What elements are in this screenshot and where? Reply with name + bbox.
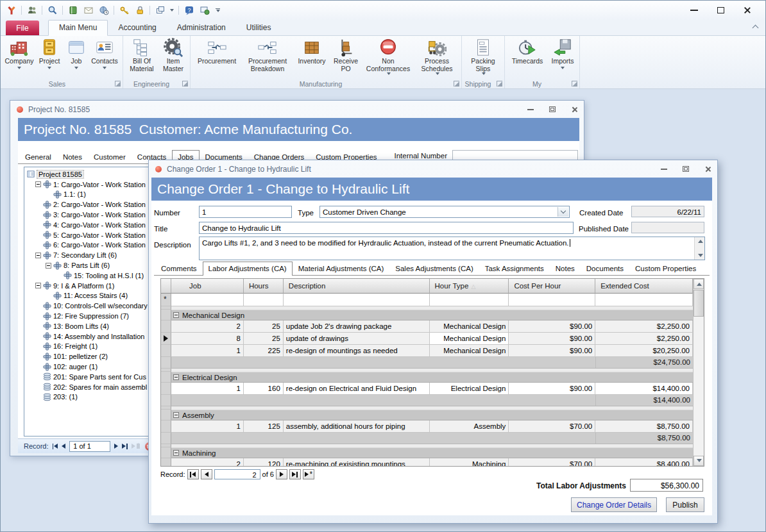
first-record-button[interactable] xyxy=(53,444,58,449)
description-scrollbar[interactable] xyxy=(694,237,704,260)
contacts-icon[interactable] xyxy=(26,5,37,16)
group-row-mechanical-design[interactable]: Mechanical Design xyxy=(161,310,693,320)
combo-dropdown-button[interactable] xyxy=(557,207,568,217)
number-field[interactable]: 1 xyxy=(199,206,292,218)
procurement-button[interactable]: Procurement xyxy=(192,37,241,79)
dialog-launcher-icon[interactable] xyxy=(182,81,188,87)
row-selector[interactable] xyxy=(161,383,171,395)
column-header-description[interactable]: Description xyxy=(284,279,430,294)
scroll-up-button[interactable] xyxy=(694,279,704,289)
tree-item[interactable]: 9: I & A Platform (1) xyxy=(24,281,149,291)
column-header-hours[interactable]: Hours xyxy=(244,279,284,294)
tree-item[interactable]: 11: Access Stairs (4) xyxy=(24,291,149,301)
tab-labor-adjustments[interactable]: Labor Adjustments (CA) xyxy=(203,262,293,276)
tab-custom-properties[interactable]: Custom Properties xyxy=(629,262,702,275)
table-row-current[interactable]: 8 25 update of drawings Mechanical Desig… xyxy=(161,333,693,345)
dialog-launcher-icon[interactable] xyxy=(572,81,577,87)
tree-item[interactable]: 201: Spare Parts sent for Cus xyxy=(24,372,149,382)
tree-item[interactable]: 5: Cargo-Vator - Work Station xyxy=(24,230,149,240)
group-row-electrical-design[interactable]: Electrical Design xyxy=(161,372,693,383)
maximize-button[interactable] xyxy=(717,7,724,13)
imports-button[interactable]: Imports xyxy=(548,37,577,79)
tab-notes[interactable]: Notes xyxy=(57,150,88,163)
publish-button[interactable]: Publish xyxy=(666,497,704,512)
record-position[interactable]: 1 of 1 xyxy=(69,441,110,452)
tab-administration[interactable]: Administration xyxy=(167,21,236,35)
tab-notes[interactable]: Notes xyxy=(550,262,581,275)
web-sync-icon[interactable] xyxy=(98,5,109,16)
key-icon[interactable] xyxy=(119,5,130,16)
restore-button[interactable] xyxy=(549,106,556,112)
column-header-hour-type[interactable]: Hour Type△ xyxy=(430,279,509,294)
row-selector[interactable] xyxy=(161,420,171,433)
tree-item[interactable]: 4: Cargo-Vator - Work Station xyxy=(24,220,149,230)
tab-accounting[interactable]: Accounting xyxy=(108,21,166,35)
tab-customer[interactable]: Customer xyxy=(88,150,132,163)
company-button[interactable]: Company xyxy=(4,37,35,79)
previous-record-button[interactable] xyxy=(62,444,65,449)
collapse-group-icon[interactable] xyxy=(173,374,179,380)
tab-task-assignments[interactable]: Task Assignments xyxy=(479,262,550,275)
tab-comments[interactable]: Comments xyxy=(155,262,203,275)
collapse-icon[interactable] xyxy=(35,283,41,288)
collapse-icon[interactable] xyxy=(35,181,41,187)
mail-icon[interactable] xyxy=(83,5,94,16)
toolbar-overflow-icon[interactable] xyxy=(216,8,220,12)
tree-item[interactable]: 1: Cargo-Vator - Work Station xyxy=(24,179,149,190)
new-row-selector[interactable] xyxy=(161,294,171,306)
tree-item[interactable]: 16: Freight (1) xyxy=(24,342,149,352)
dialog-launcher-icon[interactable] xyxy=(454,81,459,87)
tree-item[interactable]: 6: Cargo-Vator - Work Station xyxy=(24,240,149,251)
tree-item[interactable]: 8: Parts Lift (6) xyxy=(24,260,149,270)
tree-root[interactable]: Project 81585 xyxy=(24,169,149,179)
close-button[interactable] xyxy=(704,166,711,172)
job-tree[interactable]: Project 81585 1: Cargo-Vator - Work Stat… xyxy=(24,167,149,436)
next-record-button[interactable] xyxy=(276,469,287,479)
change-order-titlebar[interactable]: Change Order 1 - Change to Hydraulic Lif… xyxy=(149,160,717,178)
tree-item[interactable]: 14: Assembly and Installation xyxy=(24,331,149,342)
table-row[interactable]: 1 160 re-design on Electrical and Fluid … xyxy=(161,383,693,395)
group-row-assembly[interactable]: Assembly xyxy=(161,410,693,420)
help-icon[interactable]: ? xyxy=(183,5,194,16)
search-icon[interactable] xyxy=(47,5,58,16)
tree-item[interactable]: 202: Spares for main assembl xyxy=(24,382,149,392)
tree-item[interactable]: 1.1: (1) xyxy=(24,190,149,200)
change-order-details-button[interactable]: Change Order Details xyxy=(571,497,657,512)
group-row-machining[interactable]: Machining xyxy=(161,447,693,458)
column-header-cost-per-hour[interactable]: Cost Per Hour xyxy=(509,279,595,294)
tree-item[interactable]: 10: Controls-Cell w/secondary xyxy=(24,301,149,311)
dialog-launcher-icon[interactable] xyxy=(115,81,121,87)
collapse-icon[interactable] xyxy=(35,253,41,258)
previous-record-button[interactable] xyxy=(201,469,212,479)
new-record-button[interactable] xyxy=(132,444,140,449)
non-conformances-button[interactable]: Non Conformances xyxy=(362,37,414,79)
first-record-button[interactable] xyxy=(187,469,199,479)
tree-item[interactable]: 3: Cargo-Vator - Work Station xyxy=(24,210,149,220)
row-selector-header[interactable] xyxy=(161,279,171,294)
new-row[interactable] xyxy=(161,294,693,306)
restore-button[interactable] xyxy=(683,166,689,172)
tree-item[interactable]: 2: Cargo-Vator - Work Station xyxy=(24,199,149,210)
collapse-group-icon[interactable] xyxy=(173,312,179,318)
collapse-ribbon-icon[interactable] xyxy=(753,25,759,31)
project-button[interactable]: Project xyxy=(35,37,64,79)
inventory-button[interactable]: Inventory xyxy=(294,37,330,79)
tab-material-adjustments[interactable]: Material Adjustments (CA) xyxy=(293,262,390,275)
tree-item[interactable]: 203: (1) xyxy=(24,392,149,403)
tab-general[interactable]: General xyxy=(19,150,57,163)
grid-scrollbar[interactable] xyxy=(693,279,704,466)
tree-item[interactable]: 102: auger (1) xyxy=(24,362,149,372)
last-record-button[interactable] xyxy=(122,444,128,449)
tab-main-menu[interactable]: Main Menu xyxy=(48,20,108,36)
project-window-titlebar[interactable]: Project No. 81585 xyxy=(10,101,584,118)
last-record-button[interactable] xyxy=(289,469,301,479)
tab-sales-adjustments[interactable]: Sales Adjustments (CA) xyxy=(389,262,479,275)
remote-support-icon[interactable] xyxy=(199,5,210,16)
cascade-windows-icon[interactable] xyxy=(155,5,166,16)
new-record-button[interactable] xyxy=(303,469,314,479)
title-field[interactable]: Change to Hydraulic Lift xyxy=(199,222,574,234)
cascade-dropdown-icon[interactable] xyxy=(170,9,174,12)
record-position[interactable]: 2 xyxy=(214,469,260,479)
next-record-button[interactable] xyxy=(114,444,118,449)
tab-file[interactable]: File xyxy=(6,21,39,35)
